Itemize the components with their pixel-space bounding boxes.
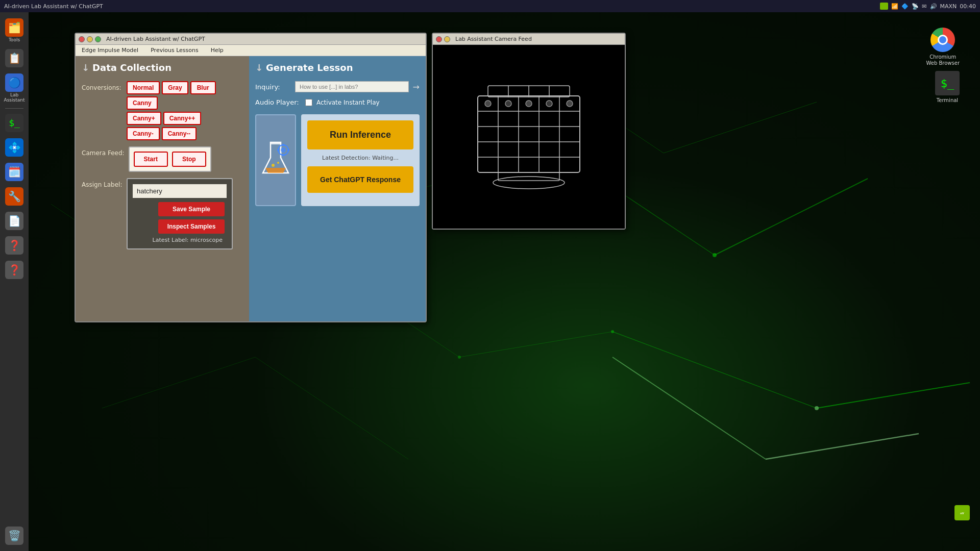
sidebar-item-doc[interactable]: 📄 [3,210,26,232]
terminal-icon: $_ [5,114,23,132]
camera-min-button[interactable] [444,36,450,42]
btn-canny-pp[interactable]: Canny++ [163,112,202,125]
chromium-desktop-icon[interactable]: ChromiumWeb Browser [926,28,960,66]
menu-previous-lessons[interactable]: Previous Lessons [149,46,201,55]
calendar-icon: 🗓️ [5,163,23,181]
sidebar-item-lab[interactable]: 🔵 LabAssistant [3,71,26,105]
doc-icon: 📄 [5,212,23,230]
help1-icon: ❓ [5,236,23,255]
label-buttons: Save Sample Inspect Samples Latest Label… [133,202,227,243]
camera-sketch [433,45,625,229]
btn-normal[interactable]: Normal [127,81,160,94]
get-chatgpt-button[interactable]: Get ChatGPT Response [307,166,413,193]
nvidia-icon [880,3,888,10]
files-icon: 📋 [5,49,23,67]
svg-point-25 [277,162,279,164]
svg-rect-23 [271,142,281,144]
terminal-icon-box: $_ [935,71,960,95]
btn-canny-mm[interactable]: Canny-- [162,127,197,140]
menu-help[interactable]: Help [209,46,226,55]
app-titlebar: AI-driven Lab Assistant w/ ChatGPT [76,34,426,45]
audio-row: Audio Player: Activate Instant Play [255,98,420,106]
btn-canny-plus[interactable]: Canny+ [127,112,161,125]
btn-canny-minus[interactable]: Canny- [127,127,160,140]
sidebar-item-files[interactable]: 📋 [3,47,26,69]
tools-label: Tools [9,38,20,43]
sidebar-item-settings[interactable]: 🔧 [3,185,26,208]
inspect-samples-button[interactable]: Inspect Samples [158,219,225,234]
sidebar-item-terminal[interactable]: $_ [3,112,26,134]
conversions-buttons: Normal Gray Blur Canny Canny+ Canny++ Ca… [127,81,243,140]
svg-point-47 [485,101,491,107]
chromium-icon [930,28,955,52]
svg-rect-29 [282,154,284,156]
latest-label-status: Latest Label: microscope [153,237,225,243]
wifi-icon: 📶 [891,3,898,10]
taskbar-right: 📶 🔷 📡 ✉ 🔊 MAXN 00:40 [880,3,976,10]
camera-feed-area [433,45,625,229]
svg-point-49 [526,101,532,107]
assign-label-row: Assign Label: Save Sample Inspect Sample… [82,178,243,249]
detection-status: Latest Detection: Waiting... [307,155,413,161]
svg-point-48 [505,101,511,107]
terminal-desktop-icon[interactable]: $_ Terminal [935,71,960,103]
right-panel: ↓ Generate Lesson Inquiry: → Audio Playe… [249,56,426,321]
btn-gray[interactable]: Gray [162,81,188,94]
vscode-icon: 💠 [5,138,23,157]
svg-rect-32 [478,96,580,172]
settings-icon: 🔧 [5,187,23,206]
menu-edge-impulse[interactable]: Edge Impulse Model [80,46,140,55]
svg-rect-30 [277,149,279,151]
nvidia-logo: nV [954,505,970,520]
sidebar-item-vscode[interactable]: 💠 [3,136,26,159]
svg-point-50 [546,101,552,107]
user-label: MAXN [940,3,957,10]
btn-canny[interactable]: Canny [127,96,158,110]
svg-text:nV: nV [960,512,964,515]
svg-point-51 [567,101,573,107]
stop-button[interactable]: Stop [172,152,206,167]
lab-label: LabAssistant [4,93,25,103]
help2-icon: ❓ [5,261,23,279]
svg-rect-31 [287,149,289,151]
svg-point-27 [281,147,286,153]
save-sample-button[interactable]: Save Sample [158,202,225,216]
conversions-label: Conversions: [82,84,122,91]
tools-icon: 🗂️ [5,18,23,37]
app-window-title: AI-driven Lab Assistant w/ ChatGPT [106,36,205,42]
data-collection-title: ↓ Data Collection [82,62,243,73]
mail-icon: ✉ [922,3,926,10]
btn-blur[interactable]: Blur [190,81,216,94]
svg-rect-28 [282,144,284,146]
activate-instant-play-checkbox[interactable] [305,99,312,106]
maximize-button[interactable] [95,36,101,42]
run-inference-button[interactable]: Run Inference [307,120,413,149]
chromium-label: ChromiumWeb Browser [926,54,960,66]
camera-control-box: Start Stop [129,146,211,172]
close-button[interactable] [79,36,85,42]
conv-row-1: Normal Gray Blur Canny [127,81,243,110]
label-input[interactable] [133,184,227,198]
generate-lesson-title: ↓ Generate Lesson [255,62,420,73]
clock: 00:40 [960,3,976,10]
conv-row-2: Canny+ Canny++ [127,112,243,125]
camera-feed-label: Camera Feed: [82,149,125,157]
minimize-button[interactable] [87,36,93,42]
volume-icon: 🔊 [930,3,937,10]
sidebar-item-help1[interactable]: ❓ [3,234,26,257]
sidebar-item-calendar[interactable]: 🗓️ [3,161,26,183]
dc-arrow: ↓ [82,62,89,73]
nvidia-desktop-icon[interactable]: nV [954,505,970,520]
sidebar-item-help2[interactable]: ❓ [3,259,26,281]
camera-close-button[interactable] [436,36,442,42]
sidebar-item-tools[interactable]: 🗂️ Tools [3,16,26,45]
inquiry-input[interactable] [295,81,409,92]
lab-icon-box [255,114,296,206]
sidebar-divider-1 [5,108,23,109]
start-button[interactable]: Start [134,152,168,167]
activate-instant-play-label: Activate Instant Play [316,99,380,106]
sidebar-item-trash[interactable]: 🗑️ [3,524,26,547]
label-section: Save Sample Inspect Samples Latest Label… [127,178,233,249]
assign-label-label: Assign Label: [82,181,122,188]
main-content: AI-driven Lab Assistant w/ ChatGPT Edge … [29,12,980,551]
